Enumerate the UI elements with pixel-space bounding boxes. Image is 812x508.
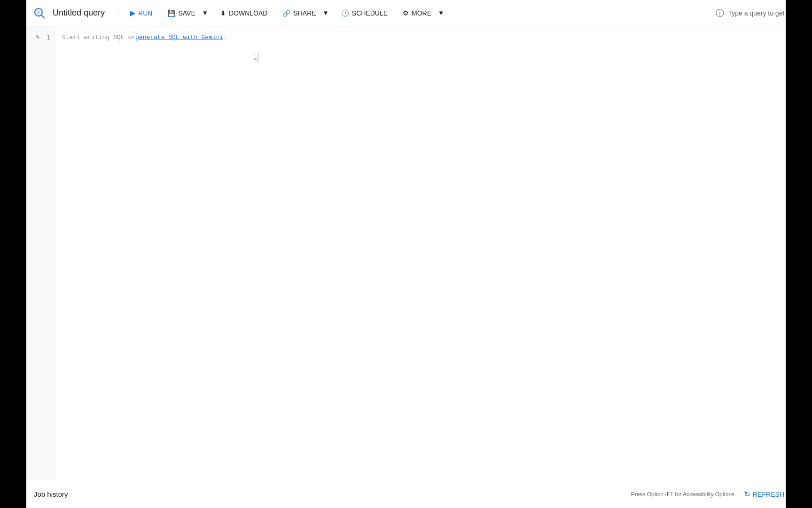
share-icon: 🔗 [282,9,290,17]
more-button[interactable]: ⚙ MORE [397,7,435,20]
query-title: Untitled query [53,8,105,18]
bottom-panel-right: Press Option+F1 for Accessibility Option… [631,487,804,501]
line-edit-icon[interactable]: ✎ [35,34,40,40]
sql-editor[interactable]: Start writing SQL or generate SQL with G… [55,26,812,480]
more-dropdown-button[interactable]: ▼ [435,7,447,19]
refresh-button[interactable]: ↻ REFRESH [740,487,788,501]
bigquery-logo [32,6,47,21]
download-button[interactable]: ⬇ DOWNLOAD [215,7,273,20]
accessibility-hint: Press Option+F1 for Accessibility Option… [631,491,734,498]
svg-line-1 [41,15,44,18]
download-label: DOWNLOAD [229,9,267,17]
share-chevron-icon: ▼ [323,9,329,16]
share-label: SHARE [293,9,316,17]
save-dropdown-button[interactable]: ▼ [199,7,211,19]
generate-sql-gemini-link[interactable]: generate SQL with Gemini [135,34,223,41]
share-button[interactable]: 🔗 SHARE [277,7,320,20]
download-icon: ⬇ [220,9,226,17]
line-numbers-gutter: ✎ 1 [26,26,55,480]
save-chevron-icon: ▼ [202,9,208,16]
save-label: SAVE [178,9,195,17]
run-button[interactable]: ▶ RUN [124,6,158,20]
line-number-1: 1 [43,34,50,41]
placeholder-suffix: . [223,34,227,41]
save-icon: 💾 [167,9,175,17]
info-icon: ⓘ [716,8,724,19]
more-chevron-icon: ▼ [438,9,444,16]
refresh-label: REFRESH [753,491,784,498]
more-icon: ⚙ [403,9,409,17]
more-label: MORE [412,9,431,17]
left-sidebar-black [0,0,26,508]
more-button-group: ⚙ MORE ▼ [397,7,447,20]
editor-area[interactable]: ✎ 1 Start writing SQL or generate SQL wi… [26,26,812,480]
save-button[interactable]: 💾 SAVE [162,7,199,20]
schedule-icon: 🕐 [341,9,349,17]
schedule-button[interactable]: 🕐 SCHEDULE [336,7,393,20]
right-sidebar-black [786,0,812,508]
svg-point-2 [37,10,40,14]
schedule-label: SCHEDULE [352,9,388,17]
bottom-panel-left: Job history [34,490,68,498]
editor-placeholder-line: Start writing SQL or generate SQL with G… [62,32,804,42]
share-dropdown-button[interactable]: ▼ [320,7,332,19]
share-button-group: 🔗 SHARE ▼ [277,7,331,20]
job-history-label: Job history [34,490,68,498]
cursor-pointer-indicator: ☟ [252,51,260,67]
bottom-panel: Job history Press Option+F1 for Accessib… [26,480,812,508]
line-number-1-row: ✎ 1 [31,32,54,42]
run-icon: ▶ [130,8,135,17]
toolbar-divider-1 [118,8,118,19]
refresh-icon: ↻ [744,490,750,499]
run-label: RUN [138,9,152,17]
placeholder-text: Start writing SQL or [62,34,135,41]
main-toolbar: Untitled query ▶ RUN 💾 SAVE ▼ ⬇ DOWNLOAD… [26,0,812,26]
save-button-group: 💾 SAVE ▼ [162,7,211,20]
